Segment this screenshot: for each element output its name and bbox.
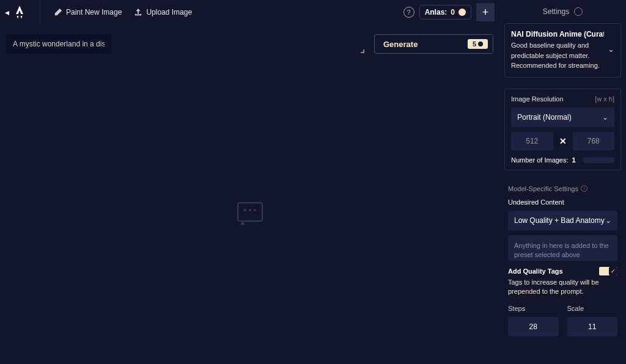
scale-input[interactable]: 11 bbox=[567, 317, 618, 337]
undesired-dropdown[interactable]: Low Quality + Bad Anatomy ⌄ bbox=[508, 211, 617, 230]
cost-value: 5 bbox=[473, 40, 476, 48]
steps-label: Steps bbox=[508, 305, 559, 312]
pencil-icon bbox=[54, 8, 62, 16]
times-icon: ✕ bbox=[557, 136, 569, 146]
quality-tags-toggle[interactable]: ✓ bbox=[599, 267, 617, 275]
resolution-dropdown[interactable]: Portrait (Normal) ⌄ bbox=[511, 107, 614, 127]
svg-point-1 bbox=[244, 209, 246, 211]
undesired-label: Undesired Content bbox=[508, 198, 617, 206]
anlas-balance[interactable]: Anlas: 0 bbox=[419, 5, 471, 20]
generate-label: Generate bbox=[383, 40, 418, 49]
app-logo bbox=[14, 5, 25, 19]
width-input[interactable]: 512 bbox=[511, 132, 553, 150]
quality-tags-desc: Tags to increase quality will be prepend… bbox=[508, 278, 617, 297]
generate-button[interactable]: Generate 5 bbox=[374, 34, 493, 54]
undesired-selected: Low Quality + Bad Anatomy bbox=[514, 216, 605, 225]
divider bbox=[40, 0, 40, 24]
check-icon: ✓ bbox=[609, 267, 617, 275]
paint-new-image-button[interactable]: Paint New Image bbox=[50, 5, 125, 19]
settings-label: Settings bbox=[543, 7, 569, 16]
resolution-label: Image Resolution bbox=[511, 95, 564, 103]
coin-icon bbox=[458, 9, 466, 16]
resolution-selected: Portrait (Normal) bbox=[517, 113, 572, 122]
coin-icon bbox=[478, 42, 483, 46]
paint-label: Paint New Image bbox=[66, 8, 122, 16]
svg-point-3 bbox=[254, 209, 256, 211]
reset-icon[interactable] bbox=[574, 7, 583, 16]
anlas-value: 0 bbox=[451, 8, 455, 16]
svg-rect-0 bbox=[238, 203, 262, 221]
model-specific-label: Model-Specific Settings bbox=[508, 185, 578, 192]
prompt-input[interactable] bbox=[6, 34, 111, 54]
steps-input[interactable]: 28 bbox=[508, 317, 559, 337]
resize-handle[interactable] bbox=[361, 49, 364, 53]
quality-tags-label: Add Quality Tags bbox=[508, 268, 563, 275]
scale-label: Scale bbox=[567, 305, 618, 312]
model-description: Good baseline quality and predictable su… bbox=[511, 40, 604, 71]
upload-label: Upload Image bbox=[146, 8, 192, 16]
svg-point-2 bbox=[249, 209, 251, 211]
info-icon[interactable]: ? bbox=[581, 185, 587, 192]
chevron-down-icon: ⌄ bbox=[602, 113, 608, 122]
resolution-hint: [w x h] bbox=[595, 95, 614, 103]
anlas-label: Anlas: bbox=[425, 8, 447, 16]
add-button[interactable]: + bbox=[476, 3, 495, 21]
chevron-down-icon[interactable]: ⌄ bbox=[608, 45, 614, 54]
upload-image-button[interactable]: Upload Image bbox=[130, 5, 196, 19]
num-images-label: Number of Images: bbox=[511, 156, 569, 164]
cost-badge: 5 bbox=[468, 39, 488, 49]
upload-icon bbox=[134, 8, 142, 16]
back-arrow[interactable]: ◂ bbox=[5, 7, 9, 17]
num-images-value: 1 bbox=[572, 156, 576, 164]
help-icon[interactable]: ? bbox=[403, 7, 414, 18]
model-title: NAI Diffusion Anime (Curated) bbox=[511, 30, 604, 38]
canvas-area bbox=[0, 64, 499, 364]
undesired-textarea[interactable]: Anything in here is added to the preset … bbox=[508, 235, 617, 261]
chevron-down-icon: ⌄ bbox=[605, 216, 611, 225]
height-input[interactable]: 768 bbox=[573, 132, 615, 150]
num-images-slider[interactable] bbox=[583, 157, 614, 163]
placeholder-icon bbox=[237, 202, 263, 227]
